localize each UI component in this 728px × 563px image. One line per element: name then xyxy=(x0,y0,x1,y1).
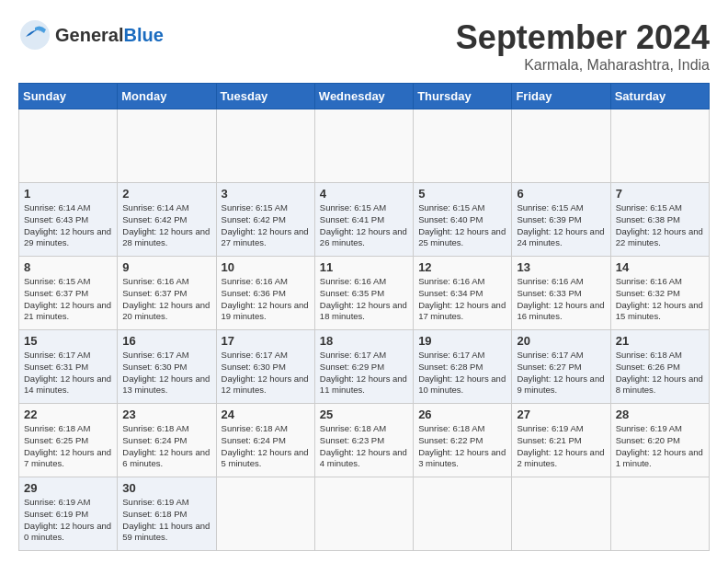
day-number: 30 xyxy=(122,481,210,495)
location-title: Karmala, Maharashtra, India xyxy=(456,57,710,74)
cell-info: Sunrise: 6:15 AMSunset: 6:38 PMDaylight:… xyxy=(616,202,704,249)
day-number: 27 xyxy=(517,408,605,421)
calendar-header-row: Sunday Monday Tuesday Wednesday Thursday… xyxy=(19,84,710,109)
day-number: 18 xyxy=(320,334,408,348)
calendar-cell xyxy=(314,477,413,551)
cell-info: Sunrise: 6:17 AMSunset: 6:29 PMDaylight:… xyxy=(320,350,408,396)
cell-info: Sunrise: 6:16 AMSunset: 6:34 PMDaylight:… xyxy=(418,276,506,323)
calendar-cell: 21Sunrise: 6:18 AMSunset: 6:26 PMDayligh… xyxy=(610,330,709,404)
calendar-cell: 5Sunrise: 6:15 AMSunset: 6:40 PMDaylight… xyxy=(414,183,512,257)
day-number: 3 xyxy=(222,187,310,201)
day-number: 4 xyxy=(320,187,408,201)
calendar-cell xyxy=(216,109,314,183)
day-number: 6 xyxy=(517,187,605,201)
calendar-cell xyxy=(512,477,610,551)
logo-blue: Blue xyxy=(123,25,163,45)
title-area: September 2024 Karmala, Maharashtra, Ind… xyxy=(456,18,710,74)
day-number: 26 xyxy=(418,408,506,421)
calendar-cell: 15Sunrise: 6:17 AMSunset: 6:31 PMDayligh… xyxy=(19,330,118,404)
calendar-cell: 28Sunrise: 6:19 AMSunset: 6:20 PMDayligh… xyxy=(610,404,709,477)
calendar-cell: 25Sunrise: 6:18 AMSunset: 6:23 PMDayligh… xyxy=(314,404,413,477)
col-sunday: Sunday xyxy=(19,84,118,109)
day-number: 14 xyxy=(616,260,704,274)
calendar-week-row: 15Sunrise: 6:17 AMSunset: 6:31 PMDayligh… xyxy=(19,330,710,404)
calendar-cell: 4Sunrise: 6:15 AMSunset: 6:41 PMDaylight… xyxy=(314,183,413,257)
svg-point-0 xyxy=(20,20,50,50)
calendar-cell xyxy=(414,477,512,551)
page-header: GeneralBlue September 2024 Karmala, Maha… xyxy=(18,18,710,74)
cell-info: Sunrise: 6:14 AMSunset: 6:42 PMDaylight:… xyxy=(122,202,210,249)
day-number: 23 xyxy=(122,408,210,421)
calendar-week-row xyxy=(19,109,710,183)
col-tuesday: Tuesday xyxy=(216,84,314,109)
cell-info: Sunrise: 6:17 AMSunset: 6:28 PMDaylight:… xyxy=(418,350,506,396)
cell-info: Sunrise: 6:18 AMSunset: 6:22 PMDaylight:… xyxy=(418,423,506,470)
cell-info: Sunrise: 6:16 AMSunset: 6:36 PMDaylight:… xyxy=(222,276,310,323)
day-number: 13 xyxy=(517,260,605,274)
cell-info: Sunrise: 6:16 AMSunset: 6:35 PMDaylight:… xyxy=(320,276,408,323)
cell-info: Sunrise: 6:17 AMSunset: 6:30 PMDaylight:… xyxy=(222,350,310,396)
calendar-cell: 12Sunrise: 6:16 AMSunset: 6:34 PMDayligh… xyxy=(414,257,512,330)
calendar-cell: 16Sunrise: 6:17 AMSunset: 6:30 PMDayligh… xyxy=(118,330,216,404)
day-number: 15 xyxy=(24,334,112,348)
cell-info: Sunrise: 6:16 AMSunset: 6:32 PMDaylight:… xyxy=(616,276,704,323)
cell-info: Sunrise: 6:15 AMSunset: 6:42 PMDaylight:… xyxy=(222,202,310,249)
calendar-cell: 24Sunrise: 6:18 AMSunset: 6:24 PMDayligh… xyxy=(216,404,314,477)
day-number: 22 xyxy=(24,408,112,421)
day-number: 10 xyxy=(222,260,310,274)
calendar-week-row: 1Sunrise: 6:14 AMSunset: 6:43 PMDaylight… xyxy=(19,183,710,257)
calendar-cell: 22Sunrise: 6:18 AMSunset: 6:25 PMDayligh… xyxy=(19,404,118,477)
day-number: 16 xyxy=(122,334,210,348)
calendar-cell: 14Sunrise: 6:16 AMSunset: 6:32 PMDayligh… xyxy=(610,257,709,330)
day-number: 20 xyxy=(517,334,605,348)
calendar-cell: 8Sunrise: 6:15 AMSunset: 6:37 PMDaylight… xyxy=(19,257,118,330)
calendar-week-row: 8Sunrise: 6:15 AMSunset: 6:37 PMDaylight… xyxy=(19,257,710,330)
calendar-cell: 27Sunrise: 6:19 AMSunset: 6:21 PMDayligh… xyxy=(512,404,610,477)
day-number: 5 xyxy=(418,187,506,201)
day-number: 21 xyxy=(616,334,704,348)
calendar-cell: 3Sunrise: 6:15 AMSunset: 6:42 PMDaylight… xyxy=(216,183,314,257)
day-number: 29 xyxy=(24,481,112,495)
calendar-cell xyxy=(314,109,413,183)
day-number: 19 xyxy=(418,334,506,348)
calendar-cell: 18Sunrise: 6:17 AMSunset: 6:29 PMDayligh… xyxy=(314,330,413,404)
calendar-week-row: 22Sunrise: 6:18 AMSunset: 6:25 PMDayligh… xyxy=(19,404,710,477)
day-number: 24 xyxy=(222,408,310,421)
col-monday: Monday xyxy=(118,84,216,109)
cell-info: Sunrise: 6:16 AMSunset: 6:33 PMDaylight:… xyxy=(517,276,605,323)
cell-info: Sunrise: 6:18 AMSunset: 6:23 PMDaylight:… xyxy=(320,423,408,470)
calendar-cell: 23Sunrise: 6:18 AMSunset: 6:24 PMDayligh… xyxy=(118,404,216,477)
day-number: 7 xyxy=(616,187,704,201)
cell-info: Sunrise: 6:15 AMSunset: 6:39 PMDaylight:… xyxy=(517,202,605,249)
col-friday: Friday xyxy=(512,84,610,109)
day-number: 1 xyxy=(24,187,112,201)
calendar-cell: 7Sunrise: 6:15 AMSunset: 6:38 PMDaylight… xyxy=(610,183,709,257)
calendar-cell xyxy=(610,477,709,551)
day-number: 25 xyxy=(320,408,408,421)
day-number: 8 xyxy=(24,260,112,274)
day-number: 12 xyxy=(418,260,506,274)
calendar-cell xyxy=(610,109,709,183)
calendar-table: Sunday Monday Tuesday Wednesday Thursday… xyxy=(18,83,710,551)
calendar-cell: 13Sunrise: 6:16 AMSunset: 6:33 PMDayligh… xyxy=(512,257,610,330)
calendar-cell xyxy=(512,109,610,183)
cell-info: Sunrise: 6:14 AMSunset: 6:43 PMDaylight:… xyxy=(24,202,112,249)
col-saturday: Saturday xyxy=(610,84,709,109)
calendar-cell: 6Sunrise: 6:15 AMSunset: 6:39 PMDaylight… xyxy=(512,183,610,257)
cell-info: Sunrise: 6:15 AMSunset: 6:37 PMDaylight:… xyxy=(24,276,112,323)
cell-info: Sunrise: 6:19 AMSunset: 6:21 PMDaylight:… xyxy=(517,423,605,470)
day-number: 9 xyxy=(122,260,210,274)
logo: GeneralBlue xyxy=(18,18,164,52)
day-number: 17 xyxy=(222,334,310,348)
cell-info: Sunrise: 6:18 AMSunset: 6:25 PMDaylight:… xyxy=(24,423,112,470)
calendar-cell: 30Sunrise: 6:19 AMSunset: 6:18 PMDayligh… xyxy=(118,477,216,551)
day-number: 11 xyxy=(320,260,408,274)
cell-info: Sunrise: 6:18 AMSunset: 6:24 PMDaylight:… xyxy=(222,423,310,470)
calendar-cell xyxy=(414,109,512,183)
calendar-cell: 19Sunrise: 6:17 AMSunset: 6:28 PMDayligh… xyxy=(414,330,512,404)
cell-info: Sunrise: 6:17 AMSunset: 6:30 PMDaylight:… xyxy=(122,350,210,396)
calendar-cell xyxy=(216,477,314,551)
cell-info: Sunrise: 6:18 AMSunset: 6:24 PMDaylight:… xyxy=(122,423,210,470)
calendar-cell xyxy=(19,109,118,183)
calendar-cell: 2Sunrise: 6:14 AMSunset: 6:42 PMDaylight… xyxy=(118,183,216,257)
